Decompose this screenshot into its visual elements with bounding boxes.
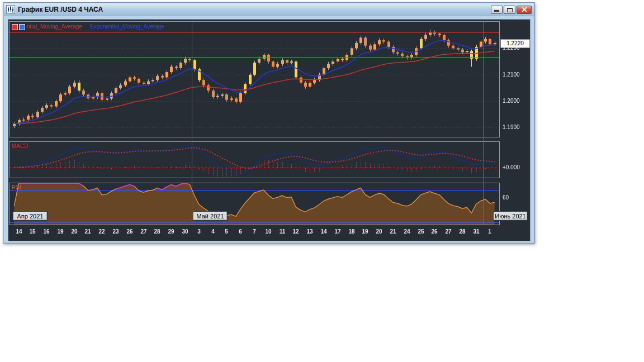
x-tick-label: 11 <box>280 228 286 235</box>
x-tick-label: 1 <box>488 228 491 235</box>
x-tick-label: 28 <box>459 228 465 235</box>
window-controls <box>491 6 532 14</box>
x-tick-label: 12 <box>292 228 299 235</box>
x-tick-label: 13 <box>306 228 312 235</box>
x-tick-label: 3 <box>197 228 201 235</box>
x-tick-label: 4 <box>211 228 215 235</box>
x-tick-label: 26 <box>431 228 437 235</box>
x-tick-label: 21 <box>390 228 396 235</box>
x-tick-label: 29 <box>168 228 174 235</box>
x-tick-label: 19 <box>57 228 63 235</box>
close-button[interactable] <box>517 6 532 14</box>
month-button-jun[interactable]: Июнь 2021 <box>493 211 528 221</box>
x-tick-label: 17 <box>334 228 340 235</box>
x-tick-label: 7 <box>253 228 256 235</box>
x-tick-label: 25 <box>418 228 424 235</box>
rsi-tick-label: 60 <box>503 194 509 201</box>
month-button-apr[interactable]: Апр 2021 <box>13 211 48 221</box>
price-tick-label: 1.2200 <box>503 45 520 51</box>
x-tick-label: 27 <box>445 228 451 235</box>
x-tick-label: 16 <box>43 228 49 235</box>
x-tick-label: 14 <box>16 228 22 235</box>
x-tick-label: 27 <box>140 228 146 235</box>
chart-canvas[interactable] <box>8 20 530 241</box>
price-tick-label: 1.2100 <box>503 72 520 78</box>
legend-blue-square-icon[interactable] <box>19 24 25 30</box>
x-tick-label: 21 <box>84 228 91 235</box>
legend-red-square-icon[interactable] <box>12 24 18 30</box>
macd-tick-label: +0.000 <box>503 164 520 170</box>
maximize-icon <box>507 8 513 12</box>
close-icon <box>517 6 531 13</box>
x-tick-label: 30 <box>182 228 188 235</box>
minimize-icon <box>494 10 499 12</box>
x-tick-label: 28 <box>154 228 160 235</box>
month-button-may[interactable]: Май 2021 <box>193 211 228 221</box>
x-tick-label: 14 <box>320 228 326 235</box>
window-title: График EUR /USD 4 ЧАСА <box>18 6 491 13</box>
x-tick-label: 6 <box>239 228 242 235</box>
x-tick-label: 19 <box>362 228 368 235</box>
x-tick-label: 24 <box>404 228 410 235</box>
chart-window: График EUR /USD 4 ЧАСА ntial_Moving_Aver… <box>3 2 535 244</box>
maximize-button[interactable] <box>504 6 515 14</box>
x-tick-label: 15 <box>29 228 35 235</box>
chart-app-icon <box>6 5 15 14</box>
x-tick-label: 20 <box>376 228 382 235</box>
x-tick-label: 22 <box>98 228 105 235</box>
window-titlebar[interactable]: График EUR /USD 4 ЧАСА <box>4 3 534 16</box>
x-tick-label: 31 <box>473 228 479 235</box>
price-tick-label: 1.1900 <box>503 124 520 130</box>
chart-area[interactable]: ntial_Moving_Average Exponential_Moving_… <box>8 19 531 241</box>
x-tick-label: 10 <box>265 228 271 235</box>
x-tick-label: 20 <box>71 228 77 235</box>
price-tick-label: 1.2000 <box>503 98 520 104</box>
x-tick-label: 18 <box>348 228 354 235</box>
minimize-button[interactable] <box>491 6 503 14</box>
x-tick-label: 5 <box>225 228 228 235</box>
x-tick-label: 26 <box>126 228 132 235</box>
x-tick-label: 23 <box>112 228 119 235</box>
